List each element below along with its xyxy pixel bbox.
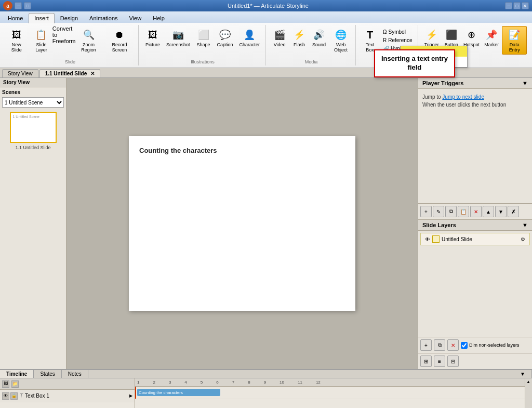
data-entry-btn[interactable]: 📝 Data Entry <box>502 26 527 55</box>
tab-insert[interactable]: Insert <box>29 13 55 23</box>
dim-layers-checkbox[interactable] <box>461 342 468 349</box>
web-object-icon: 🌐 <box>334 28 348 42</box>
flash-btn[interactable]: ⚡ Flash <box>290 26 309 49</box>
ruler-mark-1: 1 <box>137 380 139 385</box>
slide-tab-label: 1.1 Untitled Slide <box>45 71 87 76</box>
slide-group-items: 🖼 New Slide 📋 Slide Layer Convert toFree… <box>5 26 135 55</box>
hotspot-icon: ⊕ <box>464 28 479 42</box>
layer-item-untitled[interactable]: 👁 Untitled Slide ⚙ <box>420 233 530 245</box>
layers-toolbar: + ⧉ ✕ Dim non-selected layers <box>418 337 532 353</box>
header-icon-2[interactable]: 📁 <box>11 380 19 388</box>
screenshot-btn[interactable]: 📷 Screenshot <box>164 26 193 49</box>
shape-btn[interactable]: ⬜ Shape <box>194 26 214 49</box>
window-maximize[interactable]: □ <box>513 2 521 9</box>
trigger-1-link[interactable]: Jump to next slide <box>442 94 484 100</box>
scrollbar-up[interactable]: ▲ <box>526 379 531 384</box>
ribbon-group-slide: 🖼 New Slide 📋 Slide Layer Convert toFree… <box>2 25 139 65</box>
convert-freeform-icon: Convert toFreeform <box>57 28 71 42</box>
triggers-add-btn[interactable]: + <box>420 206 432 217</box>
callout-box: Inserting a text entryfield <box>374 49 455 77</box>
sound-btn[interactable]: 🔊 Sound <box>310 26 328 49</box>
timeline-scrollbar[interactable]: ▲ ▼ <box>525 378 532 408</box>
expand-btn[interactable]: ⊟ <box>447 356 459 367</box>
slide-layer-btn[interactable]: 📋 Slide Layer <box>29 26 54 55</box>
marker-btn[interactable]: 📌 Marker <box>482 26 501 49</box>
triggers-dropdown-icon[interactable]: ▼ <box>522 80 528 86</box>
symbol-btn[interactable]: Ω Symbol <box>381 28 415 36</box>
untitled-slide-tab[interactable]: 1.1 Untitled Slide ✕ <box>39 69 100 77</box>
slide-thumbnail[interactable]: 1 Untitled Scene <box>10 112 57 143</box>
triggers-x-btn[interactable]: ✗ <box>508 206 519 217</box>
timeline-tracks-area: 1 2 3 4 5 6 7 8 9 10 11 12 <box>135 378 525 408</box>
timeline-right-inner: 1 2 3 4 5 6 7 8 9 10 11 12 <box>135 378 532 408</box>
ruler-mark-6: 6 <box>216 380 218 385</box>
triggers-delete-btn[interactable]: ✕ <box>470 206 482 217</box>
zoom-region-btn[interactable]: 🔍 Zoom Region <box>74 26 103 55</box>
layers-delete-btn[interactable]: ✕ <box>447 339 459 351</box>
shape-label: Shape <box>197 43 210 48</box>
triggers-up-btn[interactable]: ▲ <box>483 206 494 217</box>
player-triggers-title: Player Triggers <box>422 80 464 86</box>
layer-settings-icon[interactable]: ⚙ <box>521 236 525 242</box>
window-close[interactable]: ✕ <box>522 2 529 9</box>
window-minimize[interactable]: ─ <box>505 2 512 9</box>
header-icon-1[interactable]: 🖼 <box>2 380 9 388</box>
marker-label: Marker <box>484 43 499 48</box>
story-view-tab[interactable]: Story View <box>2 69 38 77</box>
tab-view[interactable]: View <box>124 12 148 23</box>
layers-add-btn[interactable]: + <box>420 339 432 351</box>
character-btn[interactable]: 👤 Character <box>237 26 263 49</box>
web-object-btn[interactable]: 🌐 Web Object <box>329 26 352 55</box>
scene-dropdown[interactable]: 1 Untitled Scene <box>2 97 64 108</box>
media-group-items: 🎬 Video ⚡ Flash 🔊 Sound 🌐 Web Object <box>270 26 352 55</box>
tab-states[interactable]: States <box>34 370 61 378</box>
triggers-down-btn[interactable]: ▼ <box>495 206 507 217</box>
ruler-mark-12: 12 <box>316 380 321 385</box>
track-lock-icon[interactable]: 🔒 <box>10 392 18 400</box>
track-type-icon: T <box>20 393 23 399</box>
grid-view-btn[interactable]: ⊞ <box>420 356 432 367</box>
restore-btn[interactable]: □ <box>24 2 31 9</box>
slide-layers-dropdown-icon[interactable]: ▼ <box>522 222 528 228</box>
tab-help[interactable]: Help <box>147 12 170 23</box>
triggers-copy-btn[interactable]: ⧉ <box>445 206 457 217</box>
new-slide-btn[interactable]: 🖼 New Slide <box>5 26 28 55</box>
trigger-1: Jump to Jump to next slide <box>422 93 528 101</box>
track-expand-icon[interactable]: ▶ <box>129 393 132 398</box>
video-label: Video <box>274 43 286 48</box>
slide-layers-header: Slide Layers ▼ <box>418 219 532 231</box>
symbol-label: Symbol <box>389 29 406 35</box>
timeline-collapse-btn[interactable]: ▼ <box>514 370 532 378</box>
caption-btn[interactable]: 💬 Caption <box>215 26 236 49</box>
player-triggers-header: Player Triggers ▼ <box>418 78 532 89</box>
tab-notes[interactable]: Notes <box>62 370 88 378</box>
triggers-edit-btn[interactable]: ✎ <box>433 206 444 217</box>
minimize-btn[interactable]: ─ <box>15 2 22 9</box>
triggers-paste-btn[interactable]: 📋 <box>458 206 469 217</box>
data-entry-label: Data Entry <box>504 43 524 53</box>
video-btn[interactable]: 🎬 Video <box>270 26 289 49</box>
slide-thumb-content: 1 Untitled Scene <box>13 115 39 119</box>
slide-layers-content: 👁 Untitled Slide ⚙ <box>418 231 532 337</box>
video-icon: 🎬 <box>272 28 287 42</box>
slide-tab-close[interactable]: ✕ <box>90 71 95 76</box>
timeline-bar-0[interactable]: Counting the characters <box>137 389 220 396</box>
tab-timeline[interactable]: Timeline <box>0 370 34 378</box>
reference-btn[interactable]: R Reference <box>381 36 415 44</box>
tab-home[interactable]: Home <box>2 12 29 23</box>
slide-canvas[interactable]: Counting the characters <box>129 136 355 311</box>
main-area: Story View Scenes 1 Untitled Scene 1 Unt… <box>0 78 532 369</box>
ribbon-group-media: 🎬 Video ⚡ Flash 🔊 Sound 🌐 Web Object Med… <box>267 25 356 65</box>
track-name-0: Text Box 1 <box>25 393 49 399</box>
record-screen-btn[interactable]: ⏺ Record Screen <box>104 26 135 55</box>
tab-animations[interactable]: Animations <box>84 12 123 23</box>
scenes-label: Scenes <box>2 89 64 95</box>
layers-copy-btn[interactable]: ⧉ <box>434 339 445 351</box>
list-view-btn[interactable]: ≡ <box>434 356 445 367</box>
timeline-track-0: 👁 🔒 T Text Box 1 ▶ <box>0 390 135 402</box>
convert-freeform-btn[interactable]: Convert toFreeform <box>55 26 73 44</box>
track-eye-icon[interactable]: 👁 <box>2 392 9 400</box>
left-panel: Story View Scenes 1 Untitled Scene 1 Unt… <box>0 78 66 369</box>
tab-design[interactable]: Design <box>55 12 84 23</box>
picture-btn[interactable]: 🖼 Picture <box>143 26 163 49</box>
